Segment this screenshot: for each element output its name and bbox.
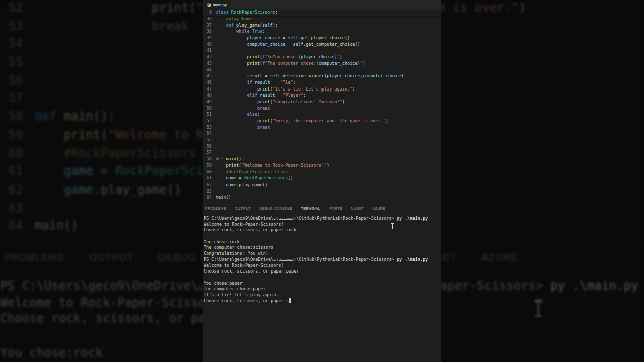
line-number: 42 [203,54,216,60]
video-frame: main.py … 6 class RockPaperScissors: 36 … [0,0,644,362]
token-ctrl: while [236,29,250,34]
code-line: 51 else: [203,111,404,118]
token-t: () [167,182,181,197]
code-line: 41 [203,47,404,54]
token-t [34,182,63,197]
code-line: 60 #RockPaperScissors Class [203,169,404,175]
code-line: 54 [203,130,404,137]
token-kw: class [216,10,229,15]
token-v: player_choice [301,54,335,59]
sticky-line-number: 6 [203,9,216,16]
line-number: 54 [0,35,34,53]
token-v: result [247,73,262,78]
line-number: 61 [203,175,216,182]
token-t [216,118,257,123]
panel-tab-problems[interactable]: PROBLEMS [205,204,226,213]
token-t: . [93,182,101,197]
panel-tab-debug-console[interactable]: DEBUG CONSOLE [259,204,292,213]
token-ctrl: break [257,106,270,111]
code-text: #RockPaperScissors Class [216,169,288,175]
line-number: 43 [203,60,216,67]
code-text: #play Game [216,16,252,22]
token-s: "It's a tie! Let's play again." [273,86,353,92]
token-v: self [288,35,298,40]
token-t: (): [236,156,244,161]
terminal-line: Welcome to Rock-Paper-Scissors! [204,263,441,269]
token-v: game [226,182,236,187]
token-t [216,86,257,92]
vscode-window: main.py … 6 class RockPaperScissors: 36 … [203,0,441,362]
token-t [216,125,257,130]
token-v: computer_choice [319,61,358,66]
code-line: 40 computer_choice = self.get_computer_c… [203,41,404,48]
tab-main-py[interactable]: main.py [203,0,231,9]
panel-tab-nuget[interactable]: NUGET [351,204,364,213]
line-number: 50 [203,105,216,112]
code-line: 50 break [203,105,404,112]
code-text: break [216,105,270,112]
token-t: == [270,80,280,85]
token-v: game [64,182,93,197]
terminal-line: You chose:paper [204,281,441,287]
token-t [34,18,151,33]
token-t: = [236,175,244,180]
token-t: : [262,29,265,34]
token-t: ) [363,61,365,66]
editor-tab-bar: main.py … [203,0,441,9]
panel-tab-output[interactable]: OUTPUT [235,204,251,213]
token-s: "Tie" [280,80,293,85]
line-number: 55 [0,53,34,71]
token-fn: print [226,163,239,168]
token-t [216,54,247,59]
terminal-output[interactable]: PS C:\Users\geco9\OneDrive\المستندات\Git… [203,213,441,304]
line-number: 40 [203,41,216,48]
bottom-panel: PROBLEMSOUTPUTDEBUG CONSOLETERMINALPORTS… [203,204,441,362]
token-t: : [257,112,260,117]
token-c: #RockPaperScissors Class [216,169,288,174]
token-v: result [255,80,270,85]
panel-tab-ports[interactable]: PORTS [329,204,342,213]
code-text: while True: [216,28,265,35]
code-text: computer_choice = self.get_computer_choi… [216,41,360,48]
code-text: print("Welcome to Rock-Paper-Scissors!") [216,162,329,169]
code-line: 45 result = self.determine_winner(player… [203,73,404,79]
code-editor[interactable]: 6 class RockPaperScissors: 36 #play Game… [203,9,441,204]
code-line: 48 elif result =="Player": [203,92,404,99]
token-kw: def [216,156,223,161]
panel-tab-terminal[interactable]: TERMINAL [301,204,321,213]
panel-tab-azure[interactable]: AZURE [373,204,386,213]
sticky-code: class RockPaperScissors: [216,9,278,16]
token-t: : [293,80,296,85]
editor-lines: 36 #play Game37 def play_game(self):38 w… [203,16,404,201]
code-text: main() [216,194,231,201]
token-p: PS C:\Users\geco9\OneDrive\المستندات\Git… [204,257,397,262]
token-fn: get_player_choice [301,35,345,40]
code-line: 58def main(): [203,156,404,162]
token-fn: play_game [239,182,262,187]
token-fn: main [34,218,63,233]
token-esc: \n [267,54,272,59]
token-t [216,163,226,168]
terminal-line: Choose rock, scissors, or paper:paper [204,268,441,275]
token-t: ( [101,127,108,142]
token-ctrl: else [247,112,257,117]
token-fn: print [247,54,260,59]
panel-tabs: PROBLEMSOUTPUTDEBUG CONSOLETERMINALPORTS… [203,204,441,213]
token-fn: print [247,61,260,66]
token-p: The computer chose:scissors [204,245,273,250]
terminal-cursor [289,298,291,303]
token-t: ) [519,0,526,14]
line-number: 56 [203,143,216,150]
code-line: 37 def play_game(self): [203,22,404,29]
code-line: 36 #play Game [203,16,404,22]
editor-actions-ellipsis[interactable]: … [234,2,239,7]
token-t: ) [352,86,355,92]
token-p: It's a tie! Let's play again. [204,292,278,297]
line-number: 60 [203,169,216,175]
token-t: == [275,93,283,98]
code-text: break [216,124,270,131]
token-fn: print [64,127,101,142]
code-text: if result == "Tie": [216,79,296,86]
token-fn: print [152,0,189,14]
code-text: print(f"The computer chose:{computer_cho… [216,60,365,67]
